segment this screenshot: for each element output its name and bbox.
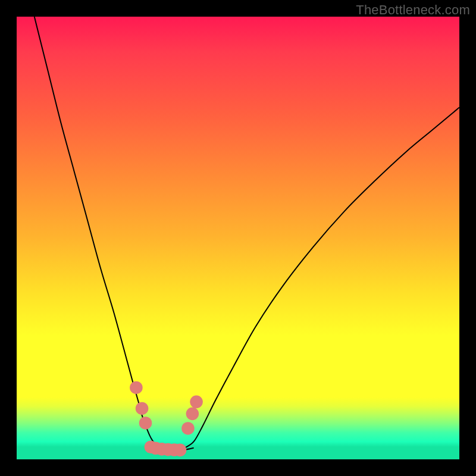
data-marker (186, 408, 199, 421)
plot-area (17, 17, 459, 459)
data-marker (130, 381, 143, 394)
curve-left-branch-curve (35, 17, 170, 450)
data-marker (181, 422, 195, 435)
curve-right-branch-curve (185, 108, 459, 448)
watermark-text: TheBottleneck.com (356, 2, 470, 18)
curve-group (35, 17, 459, 450)
data-marker (174, 444, 187, 457)
marker-group (130, 381, 203, 456)
data-marker (136, 402, 149, 415)
data-marker (190, 395, 203, 408)
data-marker (139, 416, 152, 430)
chart-svg (17, 17, 459, 459)
